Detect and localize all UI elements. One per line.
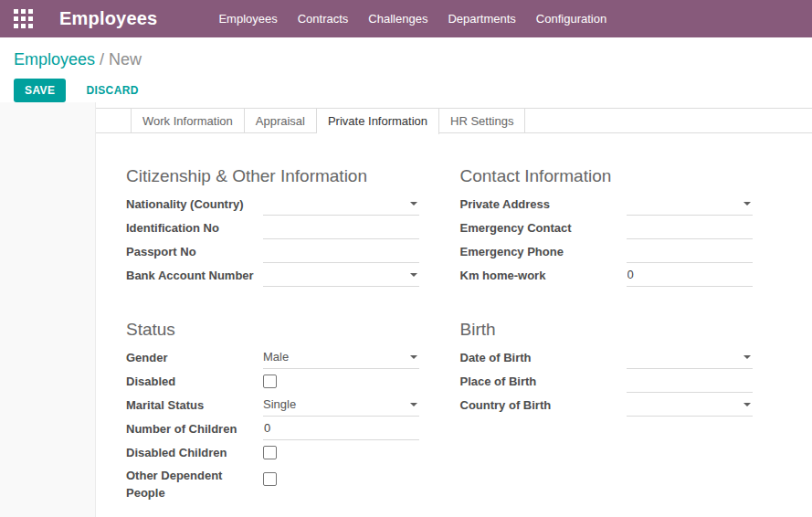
passport-no-row: Passport No [126, 239, 419, 263]
dropdown-caret-icon [410, 273, 417, 277]
content-area: Work Information Appraisal Private Infor… [0, 102, 812, 517]
private-address-row: Private Address [460, 192, 754, 216]
nationality-select[interactable] [263, 192, 419, 216]
tab-work-information[interactable]: Work Information [132, 109, 245, 132]
emergency-phone-input[interactable] [627, 244, 754, 258]
section-title-birth: Birth [460, 320, 754, 340]
dropdown-caret-icon [410, 202, 417, 206]
place-of-birth-input[interactable] [627, 374, 754, 388]
field-label: Disabled Children [126, 444, 263, 461]
field-label: Country of Birth [460, 396, 627, 414]
dropdown-caret-icon [410, 403, 417, 406]
top-navbar: Employees Employees Contracts Challenges… [0, 0, 812, 37]
field-label: Place of Birth [460, 373, 627, 390]
km-home-work-input[interactable] [627, 268, 754, 282]
breadcrumb: Employees / New [14, 50, 798, 69]
bank-account-select[interactable] [263, 263, 419, 287]
identification-no-row: Identification No [126, 216, 419, 239]
emergency-phone-row: Emergency Phone [460, 239, 754, 263]
dropdown-caret-icon [743, 403, 751, 406]
nav-item-departments[interactable]: Departments [438, 0, 525, 37]
field-label: Private Address [460, 195, 627, 213]
status-section: Status Gender Male Disabled [126, 287, 419, 501]
form-sheet: Work Information Appraisal Private Infor… [96, 102, 812, 517]
bank-account-row: Bank Account Number [126, 263, 419, 287]
emergency-phone-field [627, 239, 754, 263]
select-value: Single [263, 397, 296, 411]
dropdown-caret-icon [743, 202, 751, 206]
place-of-birth-field [627, 369, 754, 393]
disabled-checkbox[interactable] [263, 375, 277, 388]
identification-no-input[interactable] [263, 220, 419, 235]
country-of-birth-select[interactable] [627, 393, 754, 417]
section-title-contact: Contact Information [460, 166, 754, 186]
field-label: Date of Birth [460, 349, 627, 366]
disabled-children-checkbox[interactable] [263, 446, 277, 459]
passport-no-input[interactable] [263, 244, 419, 258]
nav-item-contracts[interactable]: Contracts [288, 0, 359, 37]
passport-no-field [263, 239, 419, 263]
other-dependent-people-checkbox[interactable] [263, 472, 277, 486]
tab-strip-spacer [96, 109, 132, 132]
marital-status-row: Marital Status Single [126, 393, 419, 417]
breadcrumb-parent-link[interactable]: Employees [14, 50, 95, 69]
nav-item-employees[interactable]: Employees [208, 0, 287, 37]
dropdown-caret-icon [410, 355, 417, 359]
apps-grid-icon[interactable] [14, 9, 33, 28]
field-label: Emergency Contact [460, 219, 627, 237]
emergency-contact-row: Emergency Contact [460, 216, 754, 239]
km-home-work-row: Km home-work [460, 263, 754, 287]
field-label: Other Dependent People [126, 467, 263, 501]
date-of-birth-row: Date of Birth [460, 345, 754, 369]
tab-appraisal[interactable]: Appraisal [245, 109, 317, 132]
nav-item-configuration[interactable]: Configuration [526, 0, 617, 37]
marital-status-select[interactable]: Single [263, 393, 419, 417]
disabled-field [263, 369, 419, 393]
number-of-children-field [263, 417, 419, 440]
disabled-children-row: Disabled Children [126, 440, 419, 464]
field-label: Gender [126, 349, 263, 366]
discard-button[interactable]: DISCARD [80, 83, 143, 98]
control-panel: Employees / New SAVE DISCARD [0, 37, 812, 102]
field-label: Emergency Phone [460, 243, 627, 260]
save-button[interactable]: SAVE [14, 79, 66, 102]
tab-hr-settings[interactable]: HR Settings [439, 109, 525, 132]
section-title-status: Status [126, 320, 419, 340]
notebook-tabs: Work Information Appraisal Private Infor… [96, 108, 812, 133]
date-of-birth-select[interactable] [627, 345, 754, 369]
private-information-page: Citizenship & Other Information National… [96, 133, 812, 501]
nationality-row: Nationality (Country) [126, 192, 419, 216]
number-of-children-input[interactable] [263, 421, 419, 436]
km-home-work-field [627, 263, 754, 287]
emergency-contact-input[interactable] [627, 220, 754, 235]
field-label: Disabled [126, 373, 263, 390]
gender-select[interactable]: Male [263, 345, 419, 369]
navbar-menu: Employees Contracts Challenges Departmen… [208, 0, 617, 37]
field-label: Number of Children [126, 420, 263, 438]
other-dependent-people-field [263, 467, 419, 491]
disabled-row: Disabled [126, 369, 419, 393]
field-label: Nationality (Country) [126, 195, 263, 213]
app-title: Employees [59, 8, 157, 29]
field-label: Bank Account Number [126, 267, 263, 284]
tab-private-information[interactable]: Private Information [317, 109, 439, 134]
field-label: Passport No [126, 243, 263, 260]
breadcrumb-current: New [109, 50, 142, 69]
dropdown-caret-icon [743, 355, 751, 359]
field-label: Km home-work [460, 267, 627, 284]
place-of-birth-row: Place of Birth [460, 369, 754, 393]
field-label: Identification No [126, 219, 263, 237]
gender-row: Gender Male [126, 345, 419, 369]
left-gutter [0, 102, 96, 517]
nav-item-challenges[interactable]: Challenges [358, 0, 438, 37]
citizenship-section: Citizenship & Other Information National… [126, 133, 419, 287]
select-value: Male [263, 350, 289, 364]
country-of-birth-row: Country of Birth [460, 393, 754, 417]
breadcrumb-separator: / [100, 50, 109, 69]
disabled-children-field [263, 440, 419, 464]
private-address-select[interactable] [627, 192, 754, 216]
contact-section: Contact Information Private Address Emer… [460, 133, 754, 287]
number-of-children-row: Number of Children [126, 417, 419, 440]
other-dependent-people-row: Other Dependent People [126, 464, 419, 501]
identification-no-field [263, 216, 419, 239]
